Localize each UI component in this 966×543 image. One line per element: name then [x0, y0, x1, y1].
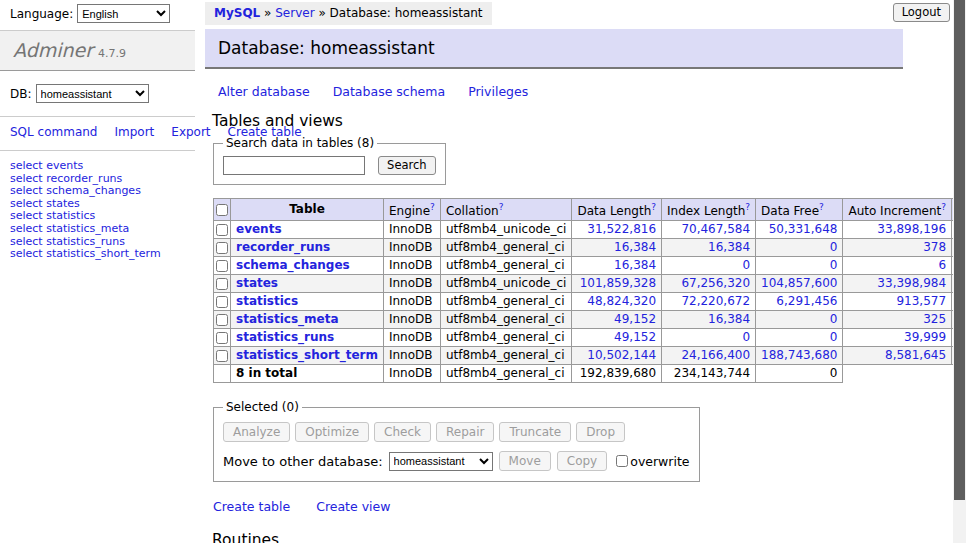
- data-length-cell: 49,152: [572, 329, 662, 347]
- help-icon[interactable]: ?: [819, 202, 824, 212]
- auto-increment-value-link[interactable]: 8,581,645: [885, 348, 946, 362]
- bulk-analyze-button: Analyze: [223, 422, 290, 442]
- data-length-value-link[interactable]: 16,384: [614, 240, 656, 254]
- data-length-value-link[interactable]: 49,152: [614, 312, 656, 326]
- collation-cell: utf8mb4_general_ci: [440, 311, 572, 329]
- table-link-schema-changes[interactable]: schema_changes: [236, 258, 350, 272]
- engine-cell: InnoDB: [383, 293, 440, 311]
- table-link-states[interactable]: states: [236, 276, 278, 290]
- bulk-truncate-button: Truncate: [499, 422, 571, 442]
- sidebar-select-schema-changes[interactable]: select schema_changes: [10, 185, 185, 198]
- auto-increment-value-link[interactable]: 6: [938, 258, 946, 272]
- table-link-statistics-runs[interactable]: statistics_runs: [236, 330, 334, 344]
- collation-cell: utf8mb4_general_ci: [440, 257, 572, 275]
- auto-increment-value-link[interactable]: 913,577: [896, 294, 946, 308]
- row-checkbox[interactable]: [216, 350, 228, 362]
- language-select[interactable]: English: [77, 4, 170, 23]
- data-length-value-link[interactable]: 10,502,144: [587, 348, 656, 362]
- table-link-statistics[interactable]: statistics: [236, 294, 298, 308]
- auto-increment-value-link[interactable]: 39,999: [904, 330, 946, 344]
- column-label: Index Length: [667, 204, 745, 218]
- index-length-value-link[interactable]: 0: [742, 258, 750, 272]
- row-checkbox[interactable]: [216, 260, 228, 272]
- data-free-value-link[interactable]: 0: [830, 240, 838, 254]
- help-icon[interactable]: ?: [499, 202, 504, 212]
- index-length-value-link[interactable]: 67,256,320: [681, 276, 750, 290]
- row-checkbox[interactable]: [216, 278, 228, 290]
- search-input[interactable]: [223, 156, 365, 175]
- create-view-link[interactable]: Create view: [316, 499, 390, 514]
- subnav-privileges[interactable]: Privileges: [468, 84, 528, 99]
- data-free-value-link[interactable]: 6,291,456: [776, 294, 837, 308]
- index-length-value-link[interactable]: 70,467,584: [681, 222, 750, 236]
- breadcrumb-item-mysql[interactable]: MySQL: [214, 6, 260, 20]
- data-free-value-link[interactable]: 50,331,648: [769, 222, 838, 236]
- row-select-cell: [214, 221, 231, 239]
- select-all-checkbox[interactable]: [216, 204, 228, 216]
- index-length-value-link[interactable]: 16,384: [708, 312, 750, 326]
- help-icon[interactable]: ?: [941, 202, 946, 212]
- search-legend: Search data in tables (8): [223, 136, 377, 150]
- data-free-value-link[interactable]: 104,857,600: [761, 276, 837, 290]
- sidebar-select-statistics-meta[interactable]: select statistics_meta: [10, 223, 185, 236]
- row-checkbox[interactable]: [216, 242, 228, 254]
- search-button[interactable]: Search: [378, 156, 436, 175]
- table-link-events[interactable]: events: [236, 222, 282, 236]
- vertical-scrollbar-track[interactable]: [953, 0, 966, 543]
- data-length-value-link[interactable]: 101,859,328: [580, 276, 656, 290]
- overwrite-checkbox[interactable]: [616, 455, 628, 467]
- bulk-optimize-button: Optimize: [295, 422, 369, 442]
- row-checkbox[interactable]: [216, 314, 228, 326]
- row-checkbox[interactable]: [216, 224, 228, 236]
- footer-data-length-cell: 192,839,680: [572, 365, 662, 383]
- subnav-alter-database[interactable]: Alter database: [218, 84, 310, 99]
- breadcrumb-item-server[interactable]: Server: [275, 6, 314, 20]
- table-row: statistics_runsInnoDButf8mb4_general_ci4…: [214, 329, 966, 347]
- move-db-select[interactable]: homeassistant: [389, 452, 493, 471]
- help-icon[interactable]: ?: [651, 202, 656, 212]
- data-length-value-link[interactable]: 49,152: [614, 330, 656, 344]
- auto-increment-value-link[interactable]: 33,898,196: [877, 222, 946, 236]
- sidebar-action-sql-command[interactable]: SQL command: [10, 125, 97, 139]
- row-checkbox[interactable]: [216, 296, 228, 308]
- data-length-value-link[interactable]: 31,522,816: [587, 222, 656, 236]
- data-length-value-link[interactable]: 48,824,320: [587, 294, 656, 308]
- create-links-row: Create tableCreate view: [213, 499, 903, 514]
- index-length-cell: 72,220,672: [662, 293, 756, 311]
- db-select[interactable]: homeassistant: [36, 84, 149, 103]
- vertical-scrollbar-thumb[interactable]: [954, 0, 965, 500]
- help-superscript: ?: [499, 202, 504, 212]
- search-fieldset: Search data in tables (8) Search: [213, 136, 446, 185]
- db-row: DB:homeassistant: [0, 71, 195, 117]
- auto-increment-value-link[interactable]: 378: [923, 240, 946, 254]
- data-free-value-link[interactable]: 188,743,680: [761, 348, 837, 362]
- index-length-value-link[interactable]: 24,166,400: [681, 348, 750, 362]
- data-free-value-link[interactable]: 0: [830, 258, 838, 272]
- help-icon[interactable]: ?: [430, 202, 435, 212]
- engine-cell: InnoDB: [383, 311, 440, 329]
- table-link-recorder-runs[interactable]: recorder_runs: [236, 240, 330, 254]
- row-checkbox[interactable]: [216, 332, 228, 344]
- create-table-link[interactable]: Create table: [213, 499, 290, 514]
- index-length-value-link[interactable]: 16,384: [708, 240, 750, 254]
- bulk-check-button: Check: [374, 422, 431, 442]
- sidebar-select-events[interactable]: select events: [10, 160, 185, 173]
- sidebar-action-import[interactable]: Import: [114, 125, 154, 139]
- data-length-value-link[interactable]: 16,384: [614, 258, 656, 272]
- index-length-value-link[interactable]: 0: [742, 330, 750, 344]
- auto-increment-value-link[interactable]: 33,398,984: [877, 276, 946, 290]
- help-icon[interactable]: ?: [745, 202, 750, 212]
- table-row: statesInnoDButf8mb4_unicode_ci101,859,32…: [214, 275, 966, 293]
- tables-heading: Tables and views: [212, 112, 903, 130]
- index-length-value-link[interactable]: 72,220,672: [681, 294, 750, 308]
- sidebar-select-statistics-short-term[interactable]: select statistics_short_term: [10, 248, 185, 261]
- auto-increment-value-link[interactable]: 325: [923, 312, 946, 326]
- subnav-database-schema[interactable]: Database schema: [333, 84, 445, 99]
- data-free-value-link[interactable]: 0: [830, 312, 838, 326]
- table-link-statistics-short-term[interactable]: statistics_short_term: [236, 348, 378, 362]
- subnav: Alter databaseDatabase schemaPrivileges: [218, 84, 903, 99]
- row-select-cell: [214, 329, 231, 347]
- data-free-value-link[interactable]: 0: [830, 330, 838, 344]
- table-link-statistics-meta[interactable]: statistics_meta: [236, 312, 339, 326]
- adminer-brand: Adminer4.7.9: [0, 30, 195, 71]
